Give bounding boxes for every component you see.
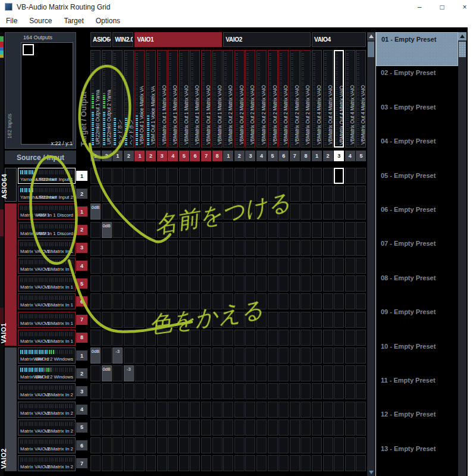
target-column-header[interactable]: VBMatrix Out 2 Matrix VAIO: [223, 50, 233, 148]
preset-item[interactable]: 12 - Empty Preset: [376, 408, 458, 441]
source-device-group[interactable]: ASIO64: [5, 168, 17, 202]
matrix-cell[interactable]: [256, 455, 267, 471]
matrix-cell[interactable]: [168, 437, 178, 453]
matrix-cell[interactable]: [90, 275, 101, 292]
matrix-cell[interactable]: [345, 347, 355, 364]
matrix-cell[interactable]: [157, 275, 167, 292]
matrix-cell[interactable]: [234, 186, 245, 202]
matrix-cell[interactable]: [268, 365, 278, 381]
matrix-cell[interactable]: [234, 455, 245, 471]
column-number-badge[interactable]: 1: [112, 151, 123, 161]
source-row[interactable]: Matrix VAIO 1VBMatrix In 1: [18, 258, 76, 274]
matrix-cell[interactable]: [124, 312, 134, 328]
matrix-cell[interactable]: [278, 402, 289, 418]
source-row[interactable]: Yamaha SteinberUR22mkII Input 1: [18, 168, 76, 184]
matrix-cell[interactable]: [134, 402, 145, 418]
matrix-cell[interactable]: [312, 222, 322, 238]
matrix-cell[interactable]: [268, 312, 278, 328]
matrix-cell[interactable]: [102, 402, 112, 418]
matrix-cell[interactable]: [90, 222, 101, 238]
matrix-cell[interactable]: [245, 365, 255, 381]
matrix-cell[interactable]: [345, 258, 355, 274]
row-number-badge[interactable]: 4: [76, 261, 87, 271]
matrix-cell[interactable]: [323, 330, 333, 346]
matrix-cell[interactable]: [300, 347, 311, 364]
matrix-cell[interactable]: [334, 402, 344, 418]
row-number-badge[interactable]: 7: [76, 458, 87, 468]
matrix-cell[interactable]: [245, 275, 255, 292]
matrix-cell[interactable]: [278, 383, 289, 399]
matrix-cell[interactable]: [102, 240, 112, 256]
menu-source[interactable]: Source: [23, 17, 58, 25]
matrix-cell[interactable]: [179, 365, 189, 381]
matrix-cell[interactable]: [234, 240, 245, 256]
matrix-cell[interactable]: [356, 402, 366, 418]
matrix-cell[interactable]: [146, 222, 156, 238]
matrix-cell[interactable]: [245, 240, 255, 256]
column-number-badge[interactable]: 4: [345, 151, 355, 161]
matrix-cell[interactable]: [234, 419, 245, 436]
menu-file[interactable]: File: [0, 17, 23, 25]
target-column-header[interactable]: VBMatrix Out 4 Matrix VAIO: [312, 50, 322, 148]
matrix-cell[interactable]: [112, 168, 123, 184]
matrix-cell[interactable]: [223, 275, 233, 292]
matrix-cell[interactable]: [334, 186, 344, 202]
matrix-cell[interactable]: [345, 203, 355, 220]
target-device-group[interactable]: VAIO4: [312, 32, 366, 47]
matrix-cell[interactable]: [201, 383, 211, 399]
target-column-header[interactable]: VBMatrix Out 2 Matrix VAIO: [245, 50, 255, 148]
matrix-cell[interactable]: [124, 347, 134, 364]
matrix-cell[interactable]: [334, 419, 344, 436]
matrix-cell[interactable]: [190, 347, 200, 364]
matrix-cell[interactable]: [223, 437, 233, 453]
column-number-badge[interactable]: 8: [300, 151, 311, 161]
row-number-badge[interactable]: 6: [76, 296, 87, 306]
matrix-cell[interactable]: [245, 330, 255, 346]
column-number-badge[interactable]: 8: [212, 151, 223, 161]
matrix-cell[interactable]: [124, 330, 134, 346]
matrix-cell[interactable]: [290, 365, 300, 381]
matrix-cell[interactable]: [312, 383, 322, 399]
matrix-cell[interactable]: [146, 347, 156, 364]
matrix-cell[interactable]: [300, 186, 311, 202]
matrix-cell[interactable]: [112, 186, 123, 202]
matrix-cell[interactable]: [201, 222, 211, 238]
matrix-cell[interactable]: [179, 312, 189, 328]
matrix-cell[interactable]: [134, 455, 145, 471]
matrix-cell[interactable]: [356, 365, 366, 381]
matrix-cell[interactable]: [245, 419, 255, 436]
matrix-cell[interactable]: [323, 402, 333, 418]
matrix-cell[interactable]: [146, 330, 156, 346]
matrix-cell[interactable]: [168, 312, 178, 328]
matrix-cell[interactable]: [124, 240, 134, 256]
column-number-badge[interactable]: 5: [356, 151, 366, 161]
matrix-cell[interactable]: [146, 240, 156, 256]
matrix-cell[interactable]: [190, 365, 200, 381]
matrix-cell[interactable]: [223, 168, 233, 184]
matrix-cell[interactable]: [300, 222, 311, 238]
target-column-header[interactable]: VBMatrix Out 4 Matrix VAIO: [334, 50, 344, 148]
row-number-badge[interactable]: 2: [76, 189, 87, 199]
matrix-cell[interactable]: [312, 455, 322, 471]
matrix-cell[interactable]: [90, 402, 101, 418]
matrix-cell[interactable]: [268, 240, 278, 256]
matrix-cell[interactable]: [356, 258, 366, 274]
matrix-cell[interactable]: [190, 419, 200, 436]
matrix-cell[interactable]: [168, 365, 178, 381]
matrix-cell[interactable]: [245, 312, 255, 328]
matrix-cell[interactable]: [112, 330, 123, 346]
matrix-cell[interactable]: [179, 419, 189, 436]
source-device-group[interactable]: VAIO2: [5, 347, 17, 471]
matrix-cell[interactable]: [168, 330, 178, 346]
preset-item[interactable]: 01 - Empty Preset: [376, 32, 458, 66]
matrix-cell[interactable]: [134, 347, 145, 364]
matrix-cell[interactable]: [112, 455, 123, 471]
matrix-cell[interactable]: [256, 240, 267, 256]
matrix-cell[interactable]: [234, 365, 245, 381]
matrix-cell[interactable]: [112, 258, 123, 274]
matrix-cell[interactable]: [179, 275, 189, 292]
matrix-cell[interactable]: [201, 312, 211, 328]
target-column-header[interactable]: VBM Out 1 Voice Matrix VA: [134, 50, 145, 148]
matrix-cell[interactable]: [134, 258, 145, 274]
target-column-header[interactable]: VBMatrix Out 1 Matrix VAIO: [190, 50, 200, 148]
